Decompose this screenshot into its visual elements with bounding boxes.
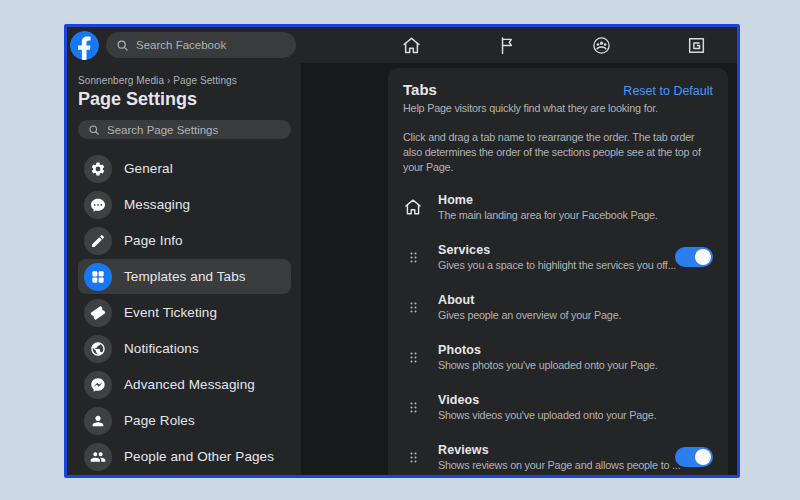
tab-description: The main landing area for your Facebook …: [438, 209, 658, 221]
sidebar-content-gap: [301, 63, 388, 475]
tab-name: Home: [438, 193, 658, 207]
topbar-nav-icons: [399, 27, 709, 63]
tab-row-about: About Gives people an overview of your P…: [403, 291, 713, 323]
search-icon: [88, 124, 100, 136]
tab-row-photos: Photos Shows photos you've uploaded onto…: [403, 341, 713, 373]
drag-handle-icon[interactable]: [403, 247, 423, 267]
reviews-toggle[interactable]: [675, 447, 713, 467]
messenger-icon: [84, 371, 112, 399]
ticket-icon: [84, 299, 112, 327]
tabs-instructions: Click and drag a tab name to rearrange t…: [403, 130, 713, 175]
sidebar-item-page-roles[interactable]: Page Roles: [78, 403, 291, 438]
tab-description: Shows reviews on your Page and allows pe…: [438, 459, 660, 471]
nav-groups[interactable]: [590, 33, 614, 57]
tab-name: About: [438, 293, 621, 307]
tabs-heading: Tabs: [403, 81, 437, 98]
toggle-knob: [695, 249, 711, 265]
reset-to-default-link[interactable]: Reset to Default: [623, 84, 713, 98]
groups-icon: [591, 35, 612, 56]
settings-search-bar[interactable]: [78, 120, 291, 139]
sidebar-item-label: People and Other Pages: [124, 449, 274, 464]
tab-row-reviews: Reviews Shows reviews on your Page and a…: [403, 441, 713, 473]
tab-name: Videos: [438, 393, 656, 407]
tabs-settings-panel: Tabs Reset to Default Help Page visitors…: [388, 68, 728, 475]
tab-name: Services: [438, 243, 660, 257]
facebook-settings-window: Sonnenberg Media › Page Settings Page Se…: [64, 24, 740, 478]
tab-description: Gives you a space to highlight the servi…: [438, 259, 660, 271]
sidebar-item-templates-and-tabs[interactable]: Templates and Tabs: [78, 259, 291, 294]
tabs-subtitle: Help Page visitors quickly find what the…: [403, 102, 713, 114]
sidebar-item-label: Advanced Messaging: [124, 377, 255, 392]
flag-icon: [496, 35, 517, 56]
sidebar-item-label: Page Info: [124, 233, 183, 248]
nav-gaming[interactable]: [685, 33, 709, 57]
top-navigation-bar: [67, 27, 737, 63]
breadcrumb[interactable]: Sonnenberg Media › Page Settings: [78, 75, 291, 86]
sidebar-item-event-ticketing[interactable]: Event Ticketing: [78, 295, 291, 330]
sidebar-item-label: Event Ticketing: [124, 305, 217, 320]
globe-icon: [84, 335, 112, 363]
drag-handle-icon[interactable]: [403, 347, 423, 367]
nav-pages[interactable]: [494, 33, 518, 57]
facebook-logo[interactable]: [70, 31, 99, 60]
tab-row-services: Services Gives you a space to highlight …: [403, 241, 713, 273]
sidebar-item-advanced-messaging[interactable]: Advanced Messaging: [78, 367, 291, 402]
page-title: Page Settings: [78, 89, 291, 110]
sidebar-item-notifications[interactable]: Notifications: [78, 331, 291, 366]
sidebar-item-messaging[interactable]: Messaging: [78, 187, 291, 222]
toggle-knob: [695, 449, 711, 465]
house-icon: [403, 197, 423, 217]
pencil-icon: [84, 227, 112, 255]
drag-handle-icon[interactable]: [403, 297, 423, 317]
sidebar-item-people-and-other-pages[interactable]: People and Other Pages: [78, 439, 291, 474]
person-icon: [84, 407, 112, 435]
sidebar-item-label: Page Roles: [124, 413, 195, 428]
search-icon: [116, 39, 129, 52]
sidebar-item-general[interactable]: General: [78, 151, 291, 186]
settings-sidebar: Sonnenberg Media › Page Settings Page Se…: [67, 63, 301, 475]
sidebar-item-label: General: [124, 161, 173, 176]
sidebar-item-label: Messaging: [124, 197, 190, 212]
tab-description: Shows photos you've uploaded onto your P…: [438, 359, 658, 371]
people-icon: [84, 443, 112, 471]
sidebar-item-label: Notifications: [124, 341, 199, 356]
drag-handle-icon[interactable]: [403, 397, 423, 417]
sidebar-item-page-info[interactable]: Page Info: [78, 223, 291, 258]
chat-icon: [84, 191, 112, 219]
facebook-search-bar[interactable]: [106, 32, 296, 58]
facebook-search-input[interactable]: [136, 39, 286, 51]
grid-icon: [84, 263, 112, 291]
tabs-list: Home The main landing area for your Face…: [403, 191, 713, 473]
tab-row-videos: Videos Shows videos you've uploaded onto…: [403, 391, 713, 423]
tab-description: Gives people an overview of your Page.: [438, 309, 621, 321]
tab-name: Reviews: [438, 443, 660, 457]
tab-description: Shows videos you've uploaded onto your P…: [438, 409, 656, 421]
tab-row-home: Home The main landing area for your Face…: [403, 191, 713, 223]
gaming-icon: [686, 35, 707, 56]
sidebar-item-label: Templates and Tabs: [124, 269, 246, 284]
main-area: Sonnenberg Media › Page Settings Page Se…: [67, 63, 737, 475]
tab-name: Photos: [438, 343, 658, 357]
settings-menu: General Messaging Page Info Templates an…: [78, 151, 291, 475]
gear-icon: [84, 155, 112, 183]
home-icon: [401, 35, 422, 56]
drag-handle-icon[interactable]: [403, 447, 423, 467]
services-toggle[interactable]: [675, 247, 713, 267]
settings-search-input[interactable]: [107, 124, 281, 136]
nav-home[interactable]: [399, 33, 423, 57]
